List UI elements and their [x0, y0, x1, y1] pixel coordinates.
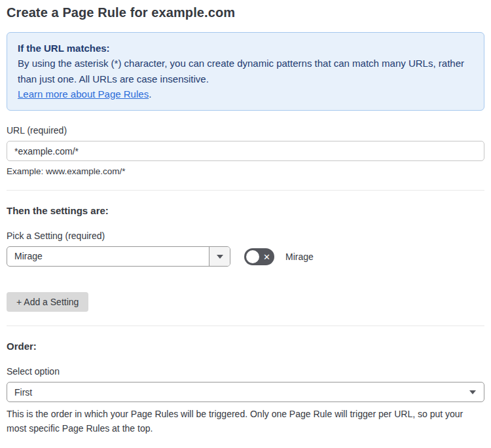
- order-select-value: First: [14, 387, 32, 398]
- url-example-text: Example: www.example.com/*: [7, 166, 484, 176]
- page-title: Create a Page Rule for example.com: [7, 5, 484, 20]
- link-suffix: .: [149, 88, 151, 100]
- order-select[interactable]: First: [7, 382, 484, 402]
- learn-more-link[interactable]: Learn more about Page Rules: [18, 88, 149, 100]
- chevron-down-icon: [469, 390, 476, 394]
- info-box-heading: If the URL matches:: [18, 41, 473, 56]
- info-box-body: By using the asterisk (*) character, you…: [18, 56, 469, 86]
- settings-section-heading: Then the settings are:: [7, 205, 484, 216]
- order-section-heading: Order:: [7, 341, 484, 352]
- order-help-text: This is the order in which your Page Rul…: [7, 407, 482, 436]
- divider: [7, 326, 484, 326]
- toggle-label: Mirage: [285, 252, 314, 262]
- setting-select[interactable]: Mirage: [7, 246, 230, 267]
- setting-select-arrow-button[interactable]: [209, 247, 230, 266]
- chevron-down-icon: [217, 255, 223, 259]
- url-matches-info-box: If the URL matches: By using the asteris…: [7, 32, 484, 111]
- url-input[interactable]: [7, 141, 484, 161]
- toggle-knob: [246, 250, 259, 263]
- url-field-label: URL (required): [7, 125, 484, 136]
- add-setting-button[interactable]: + Add a Setting: [7, 292, 88, 312]
- setting-row: Mirage ✕ Mirage: [7, 246, 484, 267]
- setting-select-value: Mirage: [7, 247, 209, 266]
- create-page-rule-form: Create a Page Rule for example.com If th…: [0, 0, 491, 448]
- divider: [7, 190, 484, 191]
- mirage-toggle[interactable]: ✕: [244, 248, 274, 265]
- order-select-label: Select option: [7, 366, 484, 377]
- x-icon: ✕: [263, 252, 270, 261]
- info-box-link-line: Learn more about Page Rules.: [18, 86, 473, 102]
- pick-setting-label: Pick a Setting (required): [7, 231, 484, 241]
